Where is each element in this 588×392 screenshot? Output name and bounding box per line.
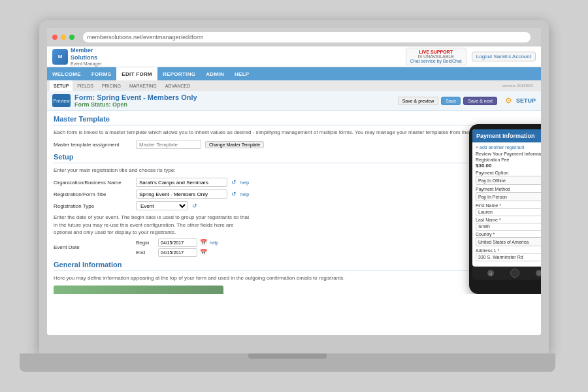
nav-bar: WELCOME FORMS EDIT FORM REPORTING ADMIN … xyxy=(47,67,541,80)
form-title-input[interactable] xyxy=(136,189,227,199)
form-title: Form: Spring Event - Members Only xyxy=(74,93,197,101)
browser-chrome: membersolutions.net/eventmanager/editfor… xyxy=(47,28,541,46)
phone-payment-header: Payment Information xyxy=(472,129,541,142)
org-name-input[interactable] xyxy=(136,178,227,187)
setup-label: SETUP xyxy=(516,97,536,104)
nav-admin[interactable]: ADMIN xyxy=(201,67,229,80)
logo-icon: M xyxy=(52,49,68,65)
setup-icon: ⚙ xyxy=(505,96,512,105)
nav-welcome[interactable]: WELCOME xyxy=(47,67,86,80)
nav-reporting[interactable]: REPORTING xyxy=(157,67,201,80)
master-template-input[interactable] xyxy=(136,140,201,149)
form-header: Preview Form: Spring Event - Members Onl… xyxy=(47,91,541,111)
phone-payment-method-select: Pay In Person ▾ xyxy=(476,192,541,201)
phone-address-input: 330 S. Warminster Rd xyxy=(476,253,541,261)
master-template-section: Master Template Each form is linked to a… xyxy=(54,115,534,149)
calendar-icon[interactable]: 📅 xyxy=(200,239,207,246)
help-link[interactable]: help xyxy=(240,180,249,185)
main-area: Master Template Each form is linked to a… xyxy=(47,111,541,294)
setup-section-title: Setup xyxy=(54,153,534,163)
subnav-marketing[interactable]: MARKETING xyxy=(125,80,161,91)
action-buttons: Save & preview Save Save & next ⚙ SETUP xyxy=(398,96,536,105)
phone-navigation: ◁ □ xyxy=(472,267,541,280)
phone-lastname-label: Last Name * xyxy=(476,218,541,222)
version-badge: version: 20180SA xyxy=(497,83,538,88)
laptop-shell: membersolutions.net/eventmanager/editfor… xyxy=(39,20,549,353)
reg-type-select[interactable]: Event xyxy=(136,201,188,210)
phone-country-label: Country * xyxy=(476,232,541,237)
begin-date-input[interactable] xyxy=(158,238,197,247)
end-date-input[interactable] xyxy=(158,248,197,257)
minimize-dot xyxy=(61,35,66,40)
master-template-desc: Each form is linked to a master template… xyxy=(54,129,534,136)
logo-text: Member Solutions xyxy=(71,47,101,61)
phone-home-btn xyxy=(510,269,519,278)
laptop-screen: membersolutions.net/eventmanager/editfor… xyxy=(47,28,541,335)
general-info-desc: Here you may define information appearin… xyxy=(54,274,534,282)
phone-lastname-input: Smith xyxy=(476,223,541,231)
save-preview-button[interactable]: Save & preview xyxy=(398,97,439,105)
url-bar[interactable]: membersolutions.net/eventmanager/editfor… xyxy=(83,32,531,42)
setup-desc: Enter your main registration title and c… xyxy=(54,167,534,174)
phone-recent-btn: □ xyxy=(536,270,541,276)
nav-edit-form[interactable]: EDIT FORM xyxy=(116,67,157,80)
close-dot xyxy=(52,35,57,40)
sub-nav: SETUP FIELDS PRICING MARKETING ADVANCED … xyxy=(47,80,541,91)
form-status: Form Status: Open xyxy=(74,101,197,108)
calendar-icon-2[interactable]: 📅 xyxy=(200,249,207,255)
logo-area: M Member Solutions Event Manager xyxy=(52,47,101,66)
maximize-dot xyxy=(69,35,74,40)
refresh-icon-2[interactable]: ↺ xyxy=(231,191,237,197)
end-date-row: End 📅 xyxy=(136,248,218,257)
refresh-icon-3[interactable]: ↺ xyxy=(192,203,197,209)
subnav-setup[interactable]: SETUP xyxy=(50,80,73,91)
event-date-label: Event Date xyxy=(54,244,132,250)
phone-device: Payment Information + add another regist… xyxy=(469,124,541,294)
phone-payment-method-label: Payment Method xyxy=(476,187,541,191)
phone-firstname-label: First Name * xyxy=(476,203,541,208)
phone-address-label: Address 1 * xyxy=(476,248,541,253)
help-link-3[interactable]: help xyxy=(210,240,218,245)
logo-sub: Event Manager xyxy=(71,61,101,66)
preview-button[interactable]: Preview xyxy=(52,94,71,107)
top-bar: M Member Solutions Event Manager LIVE SU… xyxy=(47,46,541,67)
laptop-base xyxy=(20,353,555,372)
phone-back-btn: ◁ xyxy=(487,270,494,276)
help-link-2[interactable]: help xyxy=(240,192,249,197)
end-label: End xyxy=(136,250,155,255)
form-header-left: Preview Form: Spring Event - Members Onl… xyxy=(52,93,197,108)
master-template-row: Master template assignment Change Master… xyxy=(54,140,534,149)
form-title-group: Form: Spring Event - Members Only Form S… xyxy=(74,93,197,108)
begin-label: Begin xyxy=(136,240,155,246)
main-content: Master Template Each form is linked to a… xyxy=(47,111,541,294)
master-template-label: Master template assignment xyxy=(54,142,132,148)
subnav-pricing[interactable]: PRICING xyxy=(98,80,125,91)
change-master-template-button[interactable]: Change Master Template xyxy=(205,141,264,148)
phone-screen: Payment Information + add another regist… xyxy=(472,129,541,267)
phone-content: + add another registrant Review Your Pay… xyxy=(472,142,541,265)
phone-country-select: United States of America ▾ xyxy=(476,237,541,246)
general-info-section: General Information Here you may define … xyxy=(54,261,534,294)
begin-date-row: Begin 📅 help xyxy=(136,238,218,247)
logout-button[interactable]: Logout Sarah's Account xyxy=(472,52,536,61)
phone-payment-option-label: Payment Option xyxy=(476,171,541,175)
setup-section: Setup Enter your main registration title… xyxy=(54,153,534,257)
org-name-label: Organization/Business Name xyxy=(54,180,132,186)
phone-fee-value: $30.00 xyxy=(476,163,541,169)
phone-payment-option-select: Pay In Offline ▾ xyxy=(476,176,541,185)
subnav-advanced[interactable]: ADVANCED xyxy=(161,80,194,91)
app-content: M Member Solutions Event Manager LIVE SU… xyxy=(47,46,541,335)
banner-image xyxy=(54,286,223,294)
form-title-label: Registration/Form Title xyxy=(54,191,132,197)
event-date-row: Event Date Begin 📅 help xyxy=(54,238,534,257)
nav-forms[interactable]: FORMS xyxy=(86,67,116,80)
support-badge: LIVE SUPPORT IS UNAVAILABLE Chat service… xyxy=(406,48,466,65)
save-button[interactable]: Save xyxy=(441,97,461,105)
nav-help[interactable]: HELP xyxy=(229,67,255,80)
form-title-row: Registration/Form Title ↺ help xyxy=(54,189,534,199)
phone-fee-label: Registration Fee xyxy=(476,157,541,162)
refresh-icon[interactable]: ↺ xyxy=(231,179,237,186)
save-next-button[interactable]: Save & next xyxy=(463,97,497,105)
phone-firstname-input: Lauren xyxy=(476,208,541,216)
subnav-fields[interactable]: FIELDS xyxy=(73,80,97,91)
